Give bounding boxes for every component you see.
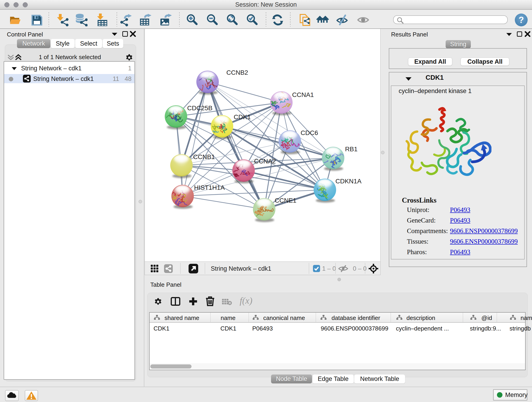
svg-text:CDC25B: CDC25B — [187, 104, 212, 112]
svg-text:CCNA1: CCNA1 — [292, 91, 314, 98]
svg-text:CDKN1A: CDKN1A — [336, 178, 361, 185]
svg-text:CDC6: CDC6 — [301, 129, 318, 136]
svg-text:CDK1: CDK1 — [234, 114, 251, 121]
svg-text:CCNB1: CCNB1 — [193, 153, 215, 160]
svg-text:CCNB2: CCNB2 — [226, 69, 248, 76]
svg-text:CCNA2: CCNA2 — [254, 158, 276, 165]
svg-text:HIST1H1A: HIST1H1A — [194, 184, 225, 191]
svg-text:CCNE1: CCNE1 — [275, 197, 297, 204]
svg-text:RB1: RB1 — [345, 146, 357, 153]
